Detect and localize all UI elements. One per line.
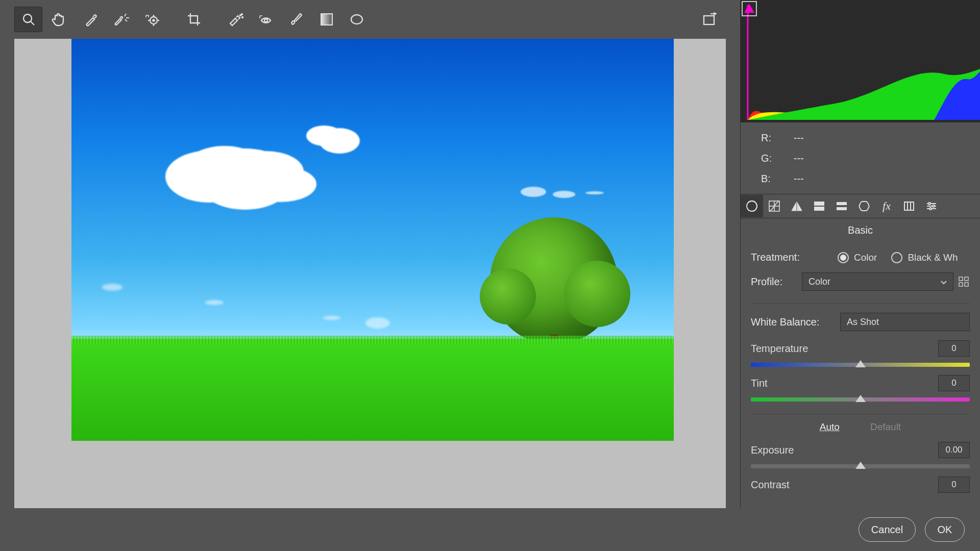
redeye-tool[interactable] — [252, 7, 280, 32]
b-label: B: — [761, 168, 781, 189]
eyedropper-tool[interactable] — [77, 7, 105, 32]
r-value: --- — [794, 128, 804, 148]
right-panel: R:--- G:--- B:--- fx — [740, 0, 980, 551]
tab-detail[interactable] — [786, 195, 808, 217]
hand-tool[interactable] — [44, 7, 72, 32]
preview-image — [71, 39, 674, 441]
spot-heal-tool[interactable] — [222, 7, 250, 32]
treatment-bw-label[interactable]: Black & Wh — [908, 252, 958, 263]
exposure-label: Exposure — [751, 444, 938, 456]
target-adjust-tool[interactable] — [137, 7, 165, 32]
g-value: --- — [794, 148, 804, 168]
g-label: G: — [761, 148, 781, 168]
crop-tool[interactable] — [180, 7, 208, 32]
svg-rect-30 — [814, 202, 824, 206]
contrast-label: Contrast — [751, 479, 938, 491]
treatment-color-radio[interactable] — [838, 252, 849, 263]
tint-slider[interactable] — [751, 397, 970, 402]
gradient-tool[interactable] — [312, 7, 340, 32]
dialog-footer: Cancel OK — [0, 508, 980, 551]
open-image-icon[interactable] — [696, 7, 724, 32]
zoom-tool[interactable] — [14, 7, 42, 32]
svg-rect-46 — [965, 283, 968, 286]
white-balance-select[interactable]: As Shot — [840, 313, 970, 331]
tab-split[interactable] — [830, 195, 853, 217]
tab-presets[interactable] — [920, 195, 943, 217]
color-sampler-tool[interactable] — [107, 7, 135, 32]
auto-button[interactable]: Auto — [820, 421, 840, 433]
tab-basic[interactable] — [741, 195, 763, 217]
image-canvas[interactable] — [14, 39, 726, 517]
rgb-readout: R:--- G:--- B:--- — [741, 122, 980, 194]
svg-rect-43 — [959, 277, 963, 281]
temperature-value[interactable]: 0 — [938, 340, 970, 357]
svg-point-41 — [933, 205, 935, 207]
tab-hsl[interactable] — [808, 195, 830, 217]
r-label: R: — [761, 128, 781, 148]
svg-point-3 — [153, 20, 154, 21]
white-balance-label: White Balance: — [751, 316, 840, 328]
radial-tool[interactable] — [342, 7, 371, 32]
panel-section-title: Basic — [741, 218, 980, 242]
exposure-slider[interactable] — [751, 464, 970, 468]
cancel-button[interactable]: Cancel — [859, 517, 916, 542]
svg-point-0 — [23, 14, 32, 22]
svg-rect-15 — [704, 16, 714, 24]
svg-rect-13 — [321, 14, 332, 25]
temperature-label: Temperature — [751, 343, 938, 355]
svg-rect-32 — [837, 202, 847, 205]
svg-point-10 — [242, 17, 243, 18]
tab-lens[interactable] — [853, 195, 875, 217]
tab-calib[interactable] — [898, 195, 920, 217]
b-value: --- — [794, 168, 804, 189]
svg-point-12 — [264, 19, 267, 22]
tint-label: Tint — [751, 378, 938, 389]
top-toolbar — [0, 0, 740, 39]
profile-select[interactable]: Color — [802, 272, 953, 291]
tint-value[interactable]: 0 — [938, 375, 970, 391]
tab-fx[interactable]: fx — [875, 195, 898, 217]
panel-tabs: fx — [741, 194, 980, 218]
default-button[interactable]: Default — [870, 421, 901, 433]
profile-label: Profile: — [751, 276, 802, 288]
tab-curve[interactable] — [763, 195, 786, 217]
contrast-value[interactable]: 0 — [938, 477, 970, 493]
svg-rect-8 — [190, 16, 198, 23]
svg-point-14 — [351, 15, 362, 24]
svg-rect-31 — [814, 207, 824, 211]
ok-button[interactable]: OK — [925, 517, 965, 542]
profile-browser-icon[interactable] — [958, 272, 970, 291]
histogram[interactable] — [741, 0, 980, 122]
treatment-color-label[interactable]: Color — [854, 252, 877, 263]
svg-rect-34 — [904, 202, 914, 210]
svg-line-1 — [31, 21, 34, 25]
svg-rect-45 — [959, 283, 963, 286]
treatment-label: Treatment: — [751, 252, 838, 263]
svg-point-40 — [928, 203, 930, 205]
svg-point-11 — [241, 14, 242, 15]
temperature-slider[interactable] — [751, 363, 970, 367]
svg-point-9 — [240, 15, 241, 16]
exposure-value[interactable]: 0.00 — [938, 442, 970, 458]
svg-rect-33 — [837, 207, 847, 210]
treatment-bw-radio[interactable] — [891, 252, 902, 263]
brush-tool[interactable] — [282, 7, 310, 32]
svg-rect-44 — [965, 277, 968, 281]
chevron-down-icon — [941, 277, 947, 287]
svg-point-42 — [929, 208, 932, 210]
